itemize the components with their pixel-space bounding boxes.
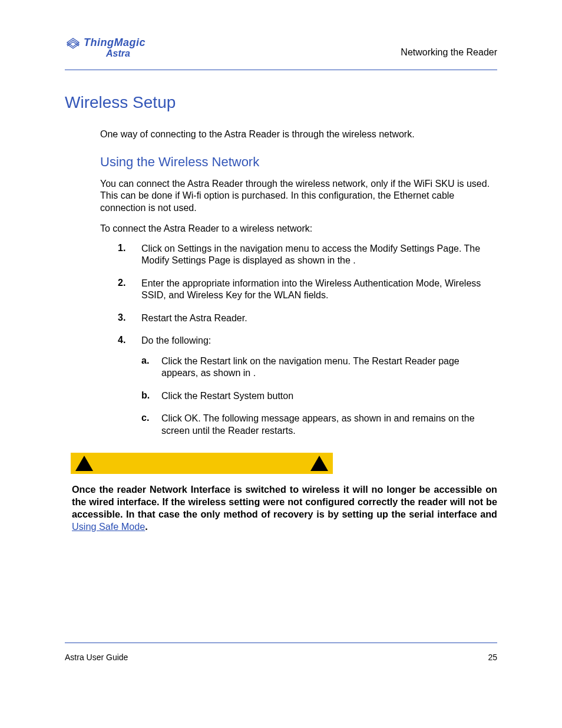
logo: ThingMagic Astra <box>65 35 146 59</box>
step-number: 1. <box>118 243 131 267</box>
step-number: 3. <box>118 312 131 324</box>
step: 3. Restart the Astra Reader. <box>118 312 497 324</box>
step-number: 2. <box>118 278 131 302</box>
step: 4. Do the following: a. Click the Restar… <box>118 335 497 447</box>
paragraph-1: You can connect the Astra Reader through… <box>100 178 497 214</box>
logo-text-sub: Astra <box>65 48 146 59</box>
intro-paragraph: One way of connecting to the Astra Reade… <box>100 129 497 140</box>
substep-letter: b. <box>141 390 153 402</box>
steps-list: 1. Click on Settings in the navigation m… <box>118 243 497 458</box>
step: 2. Enter the appropriate information int… <box>118 278 497 302</box>
step-text: Enter the appropriate information into t… <box>141 278 497 302</box>
substep-text: Click OK. The following message appears,… <box>161 413 497 437</box>
svg-marker-0 <box>75 456 93 471</box>
substep-letter: a. <box>141 355 153 380</box>
step-text: Do the following: <box>141 335 497 347</box>
page-footer: Astra User Guide 25 <box>65 643 497 662</box>
warning-triangle-icon <box>309 454 329 472</box>
using-safe-mode-link[interactable]: Using Safe Mode <box>72 521 145 532</box>
paragraph-2: To connect the Astra Reader to a wireles… <box>100 223 497 235</box>
substep: b. Click the Restart System button <box>141 390 497 402</box>
step-text: Restart the Astra Reader. <box>141 312 247 324</box>
footer-page-number: 25 <box>488 653 497 662</box>
document-page: ThingMagic Astra Networking the Reader W… <box>0 0 562 728</box>
warning-body-after: . <box>145 521 148 532</box>
warning-triangle-icon <box>74 454 94 472</box>
step-body: Do the following: a. Click the Restart l… <box>141 335 497 447</box>
step-number: 4. <box>118 335 131 447</box>
section-subtitle: Using the Wireless Network <box>100 154 259 170</box>
logo-icon <box>65 35 81 50</box>
substep: a. Click the Restart link on the navigat… <box>141 355 497 380</box>
page-header: ThingMagic Astra Networking the Reader <box>65 35 497 70</box>
header-section-label: Networking the Reader <box>401 47 497 59</box>
warning-text: Once the reader Network Interface is swi… <box>72 483 497 533</box>
step: 1. Click on Settings in the navigation m… <box>118 243 497 267</box>
substep-text: Click the Restart link on the navigation… <box>161 355 497 380</box>
footer-left: Astra User Guide <box>65 653 128 662</box>
warning-body-before: Once the reader Network Interface is swi… <box>72 484 497 519</box>
step-text: Click on Settings in the navigation menu… <box>141 243 497 267</box>
logo-row: ThingMagic <box>65 35 146 50</box>
page-title: Wireless Setup <box>65 93 176 112</box>
substep-letter: c. <box>141 413 153 437</box>
substeps-list: a. Click the Restart link on the navigat… <box>141 355 497 437</box>
svg-marker-1 <box>310 456 328 471</box>
substep: c. Click OK. The following message appea… <box>141 413 497 437</box>
warning-banner <box>71 453 333 474</box>
substep-text: Click the Restart System button <box>161 390 293 402</box>
logo-text-main: ThingMagic <box>84 37 146 49</box>
